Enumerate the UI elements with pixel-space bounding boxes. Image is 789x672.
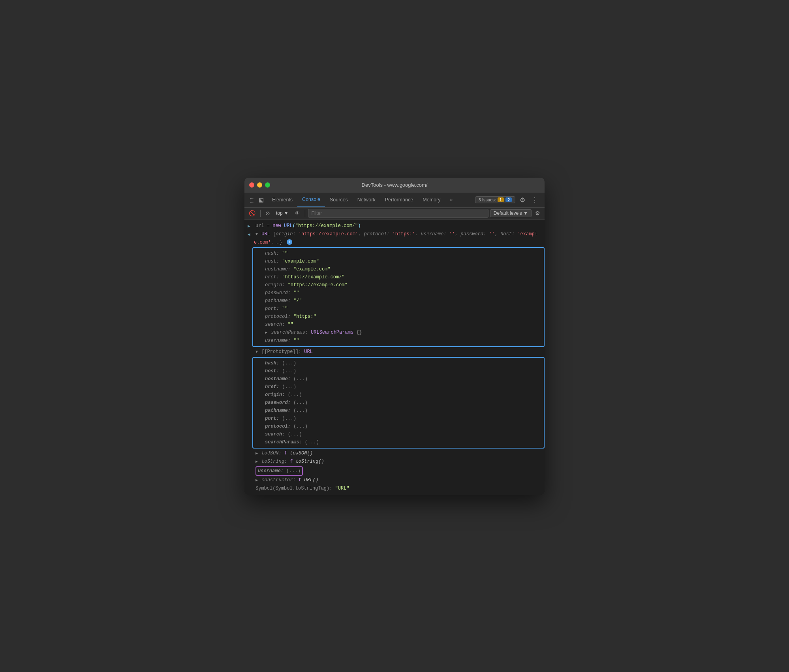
- symbol-line: Symbol(Symbol.toStringTag): "URL": [252, 484, 545, 492]
- tab-console[interactable]: Console: [297, 192, 325, 207]
- tab-sources[interactable]: Sources: [325, 192, 353, 207]
- issues-label: 3 Issues:: [479, 197, 496, 202]
- console-settings-icon[interactable]: ⚙: [533, 209, 542, 217]
- issues-badge[interactable]: 3 Issues: 1 2: [475, 196, 515, 203]
- prop-host: host: "example.com": [255, 257, 541, 265]
- warn-badge: 1: [498, 197, 504, 202]
- username-proto-line: username: (...): [252, 466, 545, 476]
- right-arrow-icon: ▶: [248, 223, 254, 230]
- prototype-header-text: [[Prototype]]: URL: [255, 348, 541, 356]
- prop-searchparams: searchParams: URLSearchParams {}: [255, 328, 541, 337]
- username-purple-box: username: (...): [255, 466, 303, 476]
- constructor-line: constructor: f URL(): [252, 476, 545, 484]
- tab-network[interactable]: Network: [353, 192, 380, 207]
- tojson-expand-arrow[interactable]: [255, 450, 258, 457]
- prop-hash: hash: "": [255, 250, 541, 257]
- prototype-properties-box: hash: (...) host: (...) hostname: (...) …: [252, 357, 545, 449]
- tab-performance[interactable]: Performance: [380, 192, 418, 207]
- prop-protocol: protocol: "https:": [255, 313, 541, 321]
- tab-bar: ⬚ ⬕ Elements Console Sources Network Per…: [244, 193, 545, 208]
- separator-2: [305, 210, 305, 217]
- console-url-header-line2: e.com', …} i: [244, 238, 545, 246]
- console-url-header-text2: e.com', …} i: [254, 239, 541, 246]
- tostring-line: toString: f toString(): [252, 458, 545, 466]
- chevron-down-icon: ▼: [284, 210, 289, 216]
- prop-username: username: "": [255, 337, 541, 345]
- prop-pathname: pathname: "/": [255, 297, 541, 305]
- tab-memory[interactable]: Memory: [418, 192, 445, 207]
- console-content: ▶ url = new URL("https://example.com/") …: [244, 220, 545, 495]
- info-badge-icon[interactable]: i: [287, 239, 292, 245]
- prototype-header-line: [[Prototype]]: URL: [252, 348, 545, 356]
- minimize-button[interactable]: [257, 182, 262, 188]
- levels-dropdown[interactable]: Default levels ▼: [490, 209, 532, 217]
- constructor-expand-arrow[interactable]: [255, 477, 258, 484]
- tab-bar-right: 3 Issues: 1 2 ⚙ ⋮: [475, 195, 543, 205]
- proto-protocol: protocol: (...): [255, 422, 541, 430]
- left-arrow-icon: ◀: [248, 231, 254, 238]
- prototype-expand-arrow[interactable]: [255, 349, 258, 356]
- prop-password: password: "": [255, 289, 541, 297]
- proto-pathname: pathname: (...): [255, 407, 541, 415]
- proto-password: password: (...): [255, 399, 541, 407]
- proto-href: href: (...): [255, 383, 541, 391]
- title-bar: DevTools - www.google.com/: [244, 178, 545, 193]
- prop-search: search: "": [255, 321, 541, 328]
- device-icon[interactable]: ⬕: [257, 195, 265, 204]
- filter-input[interactable]: [308, 209, 488, 218]
- eye-icon[interactable]: 👁: [293, 209, 302, 217]
- tab-more[interactable]: »: [445, 192, 457, 207]
- console-input-line: ▶ url = new URL("https://example.com/"): [244, 222, 545, 230]
- traffic-lights: [249, 182, 270, 188]
- more-options-icon[interactable]: ⋮: [530, 195, 540, 205]
- clear-console-icon[interactable]: 🚫: [247, 209, 257, 217]
- console-url-header-text: URL {origin: 'https://example.com', prot…: [255, 231, 541, 238]
- proto-hash: hash: (...): [255, 359, 541, 367]
- searchparams-expand-arrow[interactable]: [265, 329, 267, 336]
- username-proto-text: username: (...): [255, 466, 541, 476]
- console-toolbar: 🚫 ⊘ top ▼ 👁 Default levels ▼ ⚙: [244, 208, 545, 220]
- proto-port: port: (...): [255, 415, 541, 422]
- url-properties-box: hash: "" host: "example.com" hostname: "…: [252, 247, 545, 347]
- stop-icon[interactable]: ⊘: [263, 209, 272, 217]
- prop-port: port: "": [255, 305, 541, 313]
- context-dropdown[interactable]: top ▼: [274, 210, 291, 217]
- tostring-expand-arrow[interactable]: [255, 458, 258, 466]
- proto-searchparams: searchParams: (...): [255, 438, 541, 446]
- constructor-text: constructor: f URL(): [255, 477, 541, 484]
- inspect-icon[interactable]: ⬚: [248, 195, 256, 204]
- prop-origin: origin: "https://example.com": [255, 281, 541, 289]
- console-input-text: url = new URL("https://example.com/"): [255, 222, 541, 229]
- console-url-header-line: ◀ URL {origin: 'https://example.com', pr…: [244, 230, 545, 238]
- tab-bar-left-icons: ⬚ ⬕: [246, 195, 267, 204]
- close-button[interactable]: [249, 182, 254, 188]
- prop-href: href: "https://example.com/": [255, 273, 541, 281]
- prop-hostname: hostname: "example.com": [255, 265, 541, 273]
- tab-elements[interactable]: Elements: [267, 192, 297, 207]
- info-badge: 2: [505, 197, 512, 202]
- separator-1: [260, 210, 261, 217]
- symbol-text: Symbol(Symbol.toStringTag): "URL": [255, 485, 541, 492]
- devtools-window: DevTools - www.google.com/ ⬚ ⬕ Elements …: [244, 178, 545, 495]
- proto-host: host: (...): [255, 367, 541, 375]
- proto-origin: origin: (...): [255, 391, 541, 399]
- settings-icon[interactable]: ⚙: [518, 195, 527, 205]
- proto-search: search: (...): [255, 430, 541, 438]
- tojson-line: toJSON: f toJSON(): [252, 449, 545, 458]
- window-title: DevTools - www.google.com/: [362, 182, 428, 188]
- maximize-button[interactable]: [265, 182, 270, 188]
- tostring-text: toString: f toString(): [255, 458, 541, 466]
- tojson-text: toJSON: f toJSON(): [255, 450, 541, 457]
- proto-hostname: hostname: (...): [255, 375, 541, 383]
- url-expand-arrow[interactable]: [255, 231, 258, 238]
